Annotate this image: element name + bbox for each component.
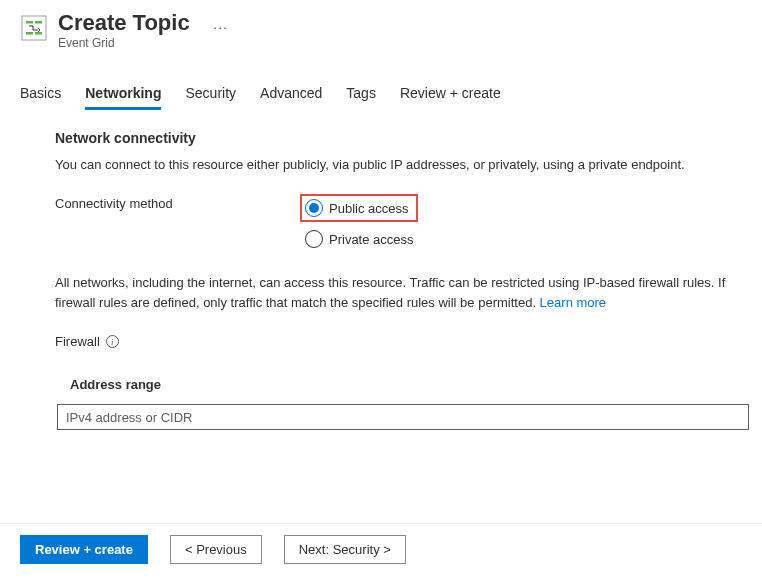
svg-rect-3 [26, 32, 33, 35]
event-grid-icon [20, 14, 48, 42]
address-range-label: Address range [70, 377, 742, 392]
page-title: Create Topic [58, 10, 190, 36]
previous-button[interactable]: < Previous [170, 535, 262, 564]
tab-review-create[interactable]: Review + create [400, 85, 501, 110]
radio-circle-icon [305, 230, 323, 248]
learn-more-link[interactable]: Learn more [540, 295, 606, 310]
svg-rect-2 [35, 21, 42, 24]
next-button[interactable]: Next: Security > [284, 535, 406, 564]
more-actions-button[interactable]: ··· [213, 19, 228, 35]
network-connectivity-heading: Network connectivity [55, 130, 742, 146]
radio-public-access[interactable]: Public access [300, 194, 418, 222]
svg-rect-0 [22, 16, 46, 40]
radio-private-label: Private access [329, 232, 414, 247]
svg-rect-1 [26, 21, 33, 24]
access-info-text: All networks, including the internet, ca… [55, 273, 742, 312]
network-description: You can connect to this resource either … [55, 156, 742, 174]
radio-private-access[interactable]: Private access [300, 230, 418, 248]
tab-tags[interactable]: Tags [346, 85, 376, 110]
review-create-button[interactable]: Review + create [20, 535, 148, 564]
radio-circle-icon [305, 199, 323, 217]
tab-networking[interactable]: Networking [85, 85, 161, 110]
svg-rect-4 [35, 32, 42, 35]
tab-advanced[interactable]: Advanced [260, 85, 322, 110]
address-range-input[interactable] [57, 404, 749, 430]
firewall-label: Firewall [55, 334, 100, 349]
page-subtitle: Event Grid [58, 36, 228, 50]
tab-security[interactable]: Security [185, 85, 236, 110]
connectivity-method-label: Connectivity method [55, 194, 300, 248]
footer-divider [0, 523, 762, 524]
tabs-container: Basics Networking Security Advanced Tags… [0, 85, 762, 110]
info-icon[interactable]: i [106, 335, 119, 348]
tab-basics[interactable]: Basics [20, 85, 61, 110]
radio-public-label: Public access [329, 201, 408, 216]
